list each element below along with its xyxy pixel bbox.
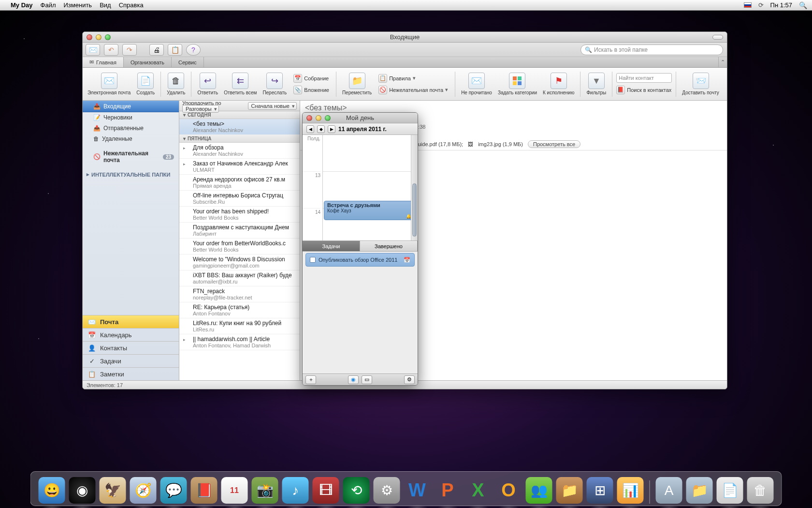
filters-button[interactable]: ▼Фильтры: [584, 73, 608, 95]
dock-timemachine[interactable]: ⟲: [343, 477, 370, 504]
prev-day-button[interactable]: ◀: [306, 125, 314, 133]
dock-safari[interactable]: 🧭: [130, 477, 157, 504]
clock[interactable]: Пн 1:57: [770, 1, 792, 9]
nav-calendar[interactable]: 📅Календарь: [83, 328, 179, 341]
message-item[interactable]: ▸|| hamaddarwish.com || ArticleAnton Fon…: [179, 334, 300, 350]
message-item[interactable]: Your order from BetterWorldBooks.cBetter…: [179, 239, 300, 254]
tab-completed[interactable]: Завершено: [360, 241, 418, 251]
task-checkbox[interactable]: [310, 257, 316, 263]
dock-messenger[interactable]: 👥: [526, 477, 552, 504]
message-item[interactable]: RE: Карьера (статья)Anton Fontanov: [179, 302, 300, 318]
message-item[interactable]: Your order has been shipped!Better World…: [179, 207, 300, 223]
dock-powerpoint[interactable]: P: [435, 477, 461, 504]
attachment-reply-button[interactable]: 📎Вложение: [293, 85, 329, 95]
dock-parallels[interactable]: ⊞: [587, 477, 613, 504]
message-item[interactable]: FTN_repacknoreplay@file-tracker.net: [179, 286, 300, 302]
tab-tools[interactable]: Сервис: [172, 57, 204, 67]
message-item[interactable]: iXBT BBS: Ваш аккаунт (Raiker) будеautom…: [179, 270, 300, 286]
redo-button[interactable]: ↷: [122, 44, 137, 56]
categorize-button[interactable]: Задать категории: [496, 73, 539, 95]
tab-organize[interactable]: Организовать: [124, 57, 172, 67]
delete-button[interactable]: 🗑Удалить: [165, 73, 187, 95]
folder-drafts[interactable]: 📝Черновики: [83, 112, 179, 123]
message-item[interactable]: <без темы>Alexander Nachinkov: [179, 119, 300, 135]
search-input[interactable]: 🔍 Искать в этой папке: [580, 45, 723, 55]
message-item[interactable]: Off-line интервью Бориса СтругацSubscrib…: [179, 191, 300, 207]
dock-mail[interactable]: 🦅: [100, 477, 126, 504]
message-item[interactable]: ▸Для обзораAlexander Nachinkov: [179, 143, 300, 159]
folder-sent[interactable]: 📤Отправленные: [83, 123, 179, 134]
app-menu[interactable]: My Day: [11, 1, 33, 9]
reply-button[interactable]: ↩Ответить: [195, 73, 220, 95]
dock-documents[interactable]: 📁: [686, 477, 713, 504]
junk-button[interactable]: 🚫Нежелательная почта ▾: [378, 85, 448, 95]
menu-help[interactable]: Справка: [119, 1, 144, 9]
dock-downloads[interactable]: 📄: [717, 477, 743, 504]
nav-mail[interactable]: ✉️Почта: [83, 315, 179, 328]
sort-order-dropdown[interactable]: Сначала новые: [248, 102, 297, 110]
meeting-reply-button[interactable]: 📅Собрание: [293, 73, 329, 84]
window-titlebar[interactable]: Входящие: [83, 32, 727, 43]
dock-photobooth[interactable]: 📸: [252, 477, 278, 504]
nav-tasks[interactable]: ✓Задачи: [83, 354, 179, 367]
nav-notes[interactable]: 📋Заметки: [83, 367, 179, 380]
message-item[interactable]: Поздравляем с наступающим ДнемЛабиринт: [179, 223, 300, 239]
window-close-icon[interactable]: [87, 34, 92, 40]
tab-tasks[interactable]: Задачи: [303, 241, 360, 251]
myday-titlebar[interactable]: Мой день: [303, 113, 418, 123]
smart-folders-header[interactable]: ▸ИНТЕЛЛЕКТУАЛЬНЫЕ ПАПКИ: [83, 169, 179, 179]
next-day-button[interactable]: ▶: [328, 125, 335, 133]
contacts-search-button[interactable]: 📕Поиск в контактах: [616, 85, 672, 95]
dock-ichat[interactable]: 💬: [160, 477, 187, 504]
dock-excel[interactable]: X: [465, 477, 492, 504]
find-contact-input[interactable]: Найти контакт: [616, 73, 672, 83]
dock-itunes[interactable]: ♪: [282, 477, 309, 504]
folder-inbox[interactable]: 📥Входящие: [83, 101, 179, 112]
dock-addressbook[interactable]: 📕: [191, 477, 218, 504]
dock-notes-app[interactable]: 📊: [617, 477, 644, 504]
view-all-attachments-button[interactable]: Просмотреть все: [528, 140, 580, 148]
dock-applications[interactable]: A: [656, 477, 682, 504]
unread-button[interactable]: ✉️Не прочитано: [459, 73, 494, 95]
timemachine-icon[interactable]: ⟳: [758, 1, 764, 9]
attachment-jpg[interactable]: img23.jpg (1,9 МБ): [478, 141, 523, 147]
task-item[interactable]: Опубликовать обзор Office 2011 📅: [305, 253, 415, 267]
calendar-scrollbar[interactable]: [411, 135, 418, 240]
ribbon-collapse-icon[interactable]: ⌃: [718, 57, 727, 67]
add-task-button[interactable]: ＋: [305, 375, 316, 384]
myday-settings-button[interactable]: ⚙: [404, 375, 415, 384]
message-item[interactable]: Аренда недорогих офисов 27 кв.мПрямая ар…: [179, 175, 300, 191]
forward-button[interactable]: ↪Переслать: [261, 73, 289, 95]
dock-trash[interactable]: 🗑: [747, 477, 774, 504]
print-button[interactable]: 🖨: [149, 44, 164, 56]
message-item[interactable]: ▸Заказ от Начинков Александр АлекULMART: [179, 159, 300, 175]
send-receive-button-ribbon[interactable]: 📨Доставить почту: [680, 73, 721, 95]
myday-zoom-icon[interactable]: [325, 115, 331, 121]
dock-finder[interactable]: 😀: [39, 477, 65, 504]
group-friday[interactable]: ▾ПЯТНИЦА: [179, 135, 300, 143]
reply-all-button[interactable]: ⇇Ответить всем: [222, 73, 259, 95]
menu-file[interactable]: Файл: [41, 1, 56, 9]
rules-button[interactable]: 📋Правила ▾: [378, 73, 448, 84]
dock-word[interactable]: W: [404, 477, 431, 504]
new-email-button[interactable]: ✉️Электронная почта: [86, 73, 132, 95]
window-zoom-icon[interactable]: [105, 34, 111, 40]
myday-help-button[interactable]: ◉: [348, 375, 359, 384]
folder-deleted[interactable]: 🗑Удаленные: [83, 134, 179, 144]
dock-outlook[interactable]: O: [495, 477, 522, 504]
spotlight-icon[interactable]: 🔍: [799, 1, 807, 9]
dock-ical[interactable]: 11: [221, 477, 248, 504]
window-minimize-icon[interactable]: [96, 34, 102, 40]
myday-category-button[interactable]: ▭: [362, 375, 372, 384]
send-receive-button[interactable]: ✉️: [86, 44, 100, 56]
input-source-icon[interactable]: [744, 2, 752, 8]
move-button[interactable]: 📁Переместить: [340, 73, 374, 95]
dock-connection[interactable]: 📁: [556, 477, 583, 504]
arrange-by-dropdown[interactable]: Разговоры: [182, 105, 219, 113]
menu-view[interactable]: Вид: [100, 1, 111, 9]
dock-preferences[interactable]: ⚙: [374, 477, 400, 504]
myday-close-icon[interactable]: [306, 115, 312, 121]
tab-home[interactable]: ✉Главная: [83, 57, 124, 67]
dock-iphoto[interactable]: 🎞: [313, 477, 339, 504]
message-item[interactable]: Welcome to "Windows 8 Discussiongamingpi…: [179, 254, 300, 270]
